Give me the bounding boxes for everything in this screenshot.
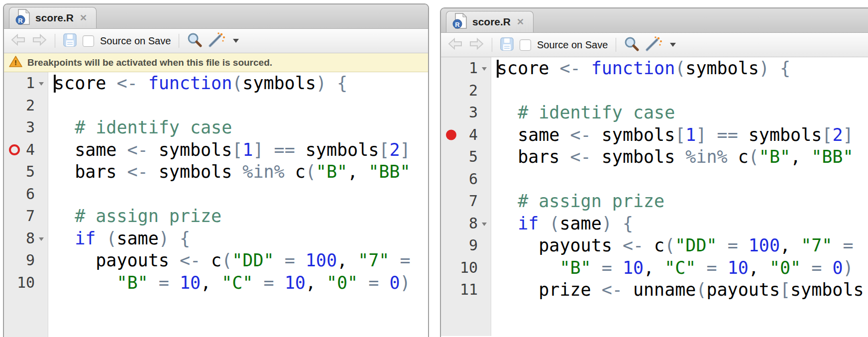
- code-line-content[interactable]: # assign prize: [491, 190, 868, 213]
- forward-arrow-icon[interactable]: [469, 37, 484, 52]
- gutter-cell[interactable]: 2: [441, 80, 491, 102]
- gutter-cell[interactable]: 4: [4, 139, 48, 161]
- code-line: 2: [4, 95, 428, 117]
- fold-toggle-icon[interactable]: [482, 67, 487, 71]
- code-line: 5 bars <- symbols %in% c("B", "BB": [441, 146, 868, 168]
- code-line-content[interactable]: if (same) {: [491, 213, 868, 235]
- code-line-content[interactable]: payouts <- c("DD" = 100, "7" =: [48, 249, 428, 272]
- left-editor-pane: R score.R ✕: [3, 3, 429, 337]
- code-line: 8 if (same) {: [441, 213, 868, 235]
- code-line-content[interactable]: if (same) {: [48, 227, 428, 250]
- code-line-content[interactable]: "B" = 10, "C" = 10, "0" = 0): [491, 257, 868, 279]
- search-icon[interactable]: [187, 32, 202, 49]
- code-line-content[interactable]: payouts <- c("DD" = 100, "7" =: [491, 234, 868, 257]
- code-line-content[interactable]: score <- function(symbols) {: [491, 57, 868, 80]
- line-number: 8: [469, 215, 478, 232]
- gutter-cell[interactable]: 6: [441, 168, 491, 191]
- fold-toggle-icon[interactable]: [482, 223, 487, 226]
- code-line-content[interactable]: prize <- unname(payouts[symbols: [491, 279, 868, 301]
- line-number: 9: [26, 251, 35, 269]
- gutter-cell[interactable]: 7: [441, 190, 491, 213]
- code-line-content[interactable]: bars <- symbols %in% c("B", "BB": [491, 146, 868, 168]
- tab-label: score.R: [35, 12, 74, 24]
- screen: R score.R ✕: [0, 0, 868, 337]
- code-line-content[interactable]: [491, 80, 868, 102]
- breakpoint-marker[interactable]: [446, 129, 456, 140]
- line-number: 1: [469, 59, 478, 77]
- line-number: 5: [26, 163, 35, 180]
- search-icon[interactable]: [624, 36, 639, 53]
- right-editor-pane: R score.R ✕: [440, 7, 868, 337]
- code-line-content[interactable]: [491, 168, 868, 191]
- gutter-cell[interactable]: 4: [441, 124, 491, 146]
- code-line: 4 same <- symbols[1] == symbols[2]: [441, 124, 868, 146]
- tab-score-r[interactable]: R score.R ✕: [9, 7, 97, 28]
- gutter-cell[interactable]: 10: [4, 272, 48, 294]
- code-line-content[interactable]: bars <- symbols %in% c("B", "BB": [48, 161, 428, 183]
- editor-toolbar: Source on Save: [4, 29, 428, 53]
- svg-text:!: !: [14, 58, 17, 67]
- code-line: 10 "B" = 10, "C" = 10, "0" = 0): [441, 257, 868, 279]
- chevron-down-icon[interactable]: [670, 43, 676, 47]
- gutter-cell[interactable]: 5: [4, 161, 48, 183]
- close-icon[interactable]: ✕: [517, 16, 524, 27]
- line-number: 9: [469, 236, 478, 254]
- code-line: 8 if (same) {: [4, 227, 428, 250]
- back-arrow-icon[interactable]: [11, 33, 26, 48]
- code-line-content[interactable]: # identify case: [491, 102, 868, 124]
- save-icon[interactable]: [63, 33, 77, 49]
- chevron-down-icon[interactable]: [233, 39, 239, 43]
- code-line-content[interactable]: "B" = 10, "C" = 10, "0" = 0): [48, 272, 428, 294]
- code-line-content[interactable]: [48, 95, 428, 117]
- warning-triangle-icon: !: [9, 55, 22, 70]
- fold-toggle-icon[interactable]: [39, 82, 44, 86]
- code-line: 9 payouts <- c("DD" = 100, "7" =: [4, 249, 428, 272]
- back-arrow-icon[interactable]: [448, 37, 463, 52]
- code-line: 9 payouts <- c("DD" = 100, "7" =: [441, 234, 868, 257]
- gutter-cell[interactable]: 1: [441, 57, 491, 80]
- close-icon[interactable]: ✕: [80, 12, 87, 23]
- r-file-icon: R: [15, 9, 30, 27]
- source-on-save-checkbox[interactable]: [520, 39, 531, 51]
- gutter-cell[interactable]: 5: [441, 146, 491, 168]
- code-line-content[interactable]: # assign prize: [48, 205, 428, 227]
- gutter-cell[interactable]: 9: [4, 249, 48, 272]
- code-line: 11 prize <- unname(payouts[symbols: [441, 279, 868, 301]
- code-line: 4 same <- symbols[1] == symbols[2]: [4, 139, 428, 161]
- line-number: 6: [26, 185, 35, 203]
- code-line-content[interactable]: # identify case: [48, 116, 428, 139]
- save-icon[interactable]: [500, 37, 514, 53]
- code-line-content[interactable]: same <- symbols[1] == symbols[2]: [48, 139, 428, 161]
- gutter-cell[interactable]: 10: [441, 257, 491, 279]
- line-number: 2: [469, 82, 478, 99]
- magic-wand-icon[interactable]: [208, 32, 226, 49]
- gutter-cell[interactable]: 8: [441, 213, 491, 235]
- tab-bar: R score.R ✕: [4, 4, 428, 29]
- gutter-cell[interactable]: 3: [441, 102, 491, 124]
- code-line: 7 # assign prize: [441, 190, 868, 213]
- gutter-cell[interactable]: 3: [4, 116, 48, 139]
- gutter-cell[interactable]: 1: [4, 72, 48, 95]
- code-editor[interactable]: 1score <- function(symbols) {23 # identi…: [441, 57, 868, 336]
- magic-wand-icon[interactable]: [645, 36, 663, 53]
- code-editor[interactable]: 1score <- function(symbols) {23 # identi…: [4, 72, 428, 337]
- gutter-cell[interactable]: 9: [441, 234, 491, 257]
- breakpoint-marker[interactable]: [9, 144, 20, 155]
- gutter-cell[interactable]: 11: [441, 279, 491, 301]
- line-number: 4: [26, 141, 35, 158]
- gutter-cell[interactable]: 7: [4, 205, 48, 227]
- tab-score-r[interactable]: R score.R ✕: [446, 11, 534, 32]
- line-number: 11: [460, 281, 478, 298]
- forward-arrow-icon[interactable]: [32, 33, 47, 48]
- code-line-content[interactable]: score <- function(symbols) {: [48, 72, 428, 95]
- code-line-content[interactable]: same <- symbols[1] == symbols[2]: [491, 124, 868, 146]
- line-number: 1: [26, 74, 35, 92]
- code-line: 10 "B" = 10, "C" = 10, "0" = 0): [4, 272, 428, 294]
- source-on-save-label: Source on Save: [100, 35, 171, 47]
- gutter-cell[interactable]: 6: [4, 183, 48, 206]
- fold-toggle-icon[interactable]: [39, 237, 44, 241]
- code-line-content[interactable]: [48, 183, 428, 206]
- gutter-cell[interactable]: 8: [4, 227, 48, 250]
- source-on-save-checkbox[interactable]: [83, 35, 94, 47]
- gutter-cell[interactable]: 2: [4, 95, 48, 117]
